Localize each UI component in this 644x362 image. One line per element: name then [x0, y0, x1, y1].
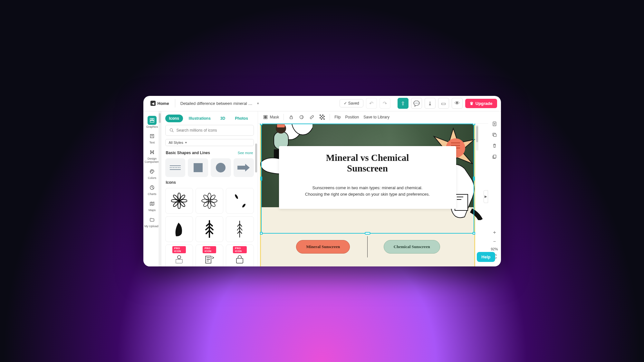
shape-lines[interactable]: [165, 158, 186, 177]
svg-rect-67: [494, 134, 496, 136]
copy-button[interactable]: [491, 153, 498, 160]
delete-button[interactable]: [491, 142, 498, 149]
position-label: Position: [345, 115, 359, 119]
svg-point-9: [151, 171, 151, 172]
rail-label: Charts: [148, 193, 157, 196]
position-button[interactable]: Position: [345, 115, 359, 119]
svg-point-19: [178, 202, 180, 209]
rail-text[interactable]: Text: [144, 130, 160, 146]
svg-rect-63: [277, 124, 285, 127]
tab-3d[interactable]: 3D: [216, 115, 229, 122]
zoom-in-button[interactable]: ＋: [491, 229, 498, 236]
tab-photos[interactable]: Photos: [231, 115, 252, 122]
styles-filter[interactable]: All Styles ▾: [165, 139, 254, 146]
save-library-button[interactable]: Save to Library: [363, 115, 389, 119]
present-button[interactable]: ▭: [438, 98, 449, 109]
save-label: Save to Library: [363, 115, 389, 119]
rail-uploads[interactable]: My Uploads: [144, 214, 160, 229]
comment-button[interactable]: 💬: [411, 98, 422, 109]
asset-leaves[interactable]: [226, 188, 254, 214]
canvas[interactable]: Mineral vs Chemical Sunscreen Sunscreens…: [258, 124, 488, 266]
saved-status: ✓ Saved: [340, 99, 363, 107]
rail-label: Maps: [149, 209, 156, 212]
rail-maps[interactable]: Maps: [144, 198, 160, 213]
duplicate-button[interactable]: [491, 131, 498, 138]
document-title-dropdown[interactable]: Detailed difference between mineral and …: [178, 101, 262, 106]
svg-rect-38: [176, 259, 182, 263]
svg-point-28: [208, 201, 211, 209]
body-text: Sunscreens come in two main types: miner…: [295, 185, 440, 197]
panel-scrollbar[interactable]: [255, 144, 257, 172]
asset-flower-1[interactable]: [165, 188, 193, 214]
rail-label: Colors: [148, 177, 156, 180]
back-icon: ◀: [150, 101, 156, 106]
components-icon: [148, 148, 157, 157]
svg-rect-45: [320, 115, 321, 116]
divider: [284, 114, 284, 120]
asset-pro-3[interactable]: PRO ICON: [226, 245, 254, 266]
left-rail: Graphics Text Design Component Colors Ch…: [143, 111, 161, 266]
chevron-down-icon: ▾: [185, 141, 187, 144]
tab-illustrations[interactable]: Illustrations: [185, 115, 215, 122]
tab-icons[interactable]: Icons: [165, 115, 183, 122]
search-box[interactable]: [165, 125, 254, 136]
right-rail: ＋ － 92%: [488, 111, 501, 266]
asset-tree-2[interactable]: [226, 216, 254, 242]
home-button[interactable]: ◀ Home: [147, 99, 172, 107]
share-button[interactable]: ⇪: [398, 98, 409, 109]
upgrade-button[interactable]: ♛ Upgrade: [465, 99, 497, 108]
selection-handle[interactable]: [260, 232, 263, 235]
folder-icon: [148, 215, 157, 224]
flip-button[interactable]: Flip: [334, 115, 341, 119]
svg-point-11: [152, 171, 153, 171]
mask-label: Mask: [270, 115, 279, 119]
svg-point-27: [208, 193, 211, 200]
zoom-out-button[interactable]: －: [491, 238, 498, 245]
palette-icon: [148, 167, 157, 176]
comment-icon: 💬: [413, 100, 420, 107]
pill-col-right: Chemical Sunscreen: [368, 236, 456, 257]
search-icon: [167, 128, 177, 133]
canvas-scrollbar[interactable]: [476, 125, 478, 151]
asset-pro-1[interactable]: PRO ICON: [165, 245, 193, 266]
svg-rect-0: [150, 118, 152, 120]
help-button[interactable]: Help: [477, 252, 495, 262]
transparency-button[interactable]: [319, 114, 325, 120]
undo-button[interactable]: ↶: [366, 98, 377, 109]
opacity-button[interactable]: [299, 114, 304, 120]
rail-colors[interactable]: Colors: [144, 166, 160, 181]
asset-flower-2[interactable]: [196, 188, 223, 214]
svg-point-5: [153, 151, 154, 152]
asset-leaf-brush[interactable]: [165, 216, 193, 242]
link-button[interactable]: [309, 114, 315, 120]
rail-graphics[interactable]: Graphics: [144, 115, 160, 130]
svg-rect-46: [322, 115, 323, 116]
shape-circle[interactable]: [211, 158, 231, 177]
pill-col-left: Mineral Sunscreen: [279, 236, 368, 257]
flip-label: Flip: [334, 115, 341, 119]
selection-handle[interactable]: [365, 232, 370, 235]
asset-tree-1[interactable]: [196, 216, 223, 242]
crown-icon: ♛: [470, 101, 474, 106]
pro-badge: PRO ICON: [203, 246, 216, 253]
see-more-link[interactable]: See more: [238, 151, 253, 155]
lock-button[interactable]: [288, 114, 294, 120]
selection-handle[interactable]: [473, 232, 475, 235]
svg-point-13: [170, 128, 172, 131]
shape-arrow[interactable]: [234, 158, 254, 177]
download-icon: ⤓: [428, 100, 432, 107]
add-page-button[interactable]: [491, 120, 498, 127]
divider: [330, 114, 330, 120]
asset-pro-2[interactable]: PRO ICON: [196, 245, 223, 266]
redo-button[interactable]: ↷: [380, 98, 390, 109]
rail-charts[interactable]: Charts: [144, 182, 160, 197]
shape-square[interactable]: [188, 158, 208, 177]
preview-button[interactable]: 👁: [452, 98, 463, 109]
download-button[interactable]: ⤓: [425, 98, 436, 109]
collapse-right-panel[interactable]: ▶: [484, 190, 488, 203]
mask-button[interactable]: Mask: [263, 114, 279, 120]
rail-components[interactable]: Design Component: [144, 146, 160, 165]
svg-point-17: [178, 200, 180, 202]
search-input[interactable]: [177, 128, 252, 133]
rail-scrollbar[interactable]: [159, 111, 161, 266]
